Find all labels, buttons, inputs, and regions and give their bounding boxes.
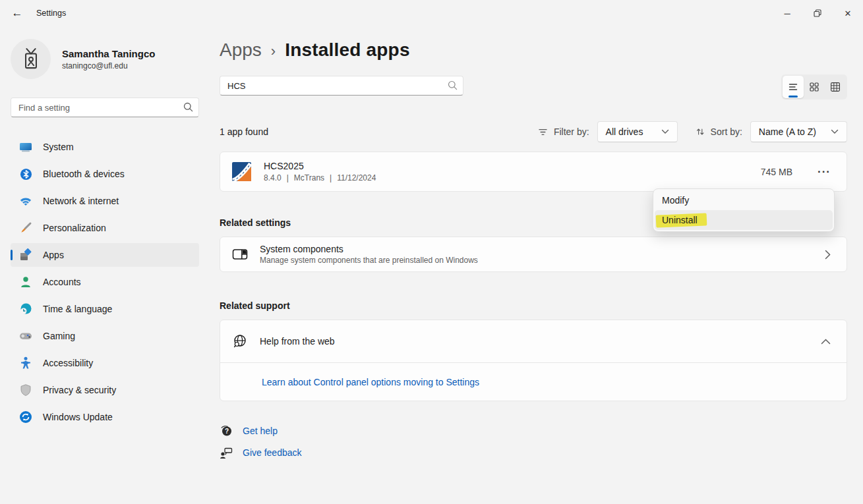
sort-dropdown[interactable]: Name (A to Z) [750, 121, 847, 142]
give-feedback-link[interactable]: Give feedback [243, 447, 302, 458]
uninstall-label: Uninstall [662, 215, 698, 225]
search-icon [448, 80, 458, 90]
sidebar-nav: System Bluetooth & devices Network & int… [11, 135, 199, 429]
view-list-button[interactable] [783, 76, 804, 98]
chevron-up-icon[interactable] [821, 339, 831, 345]
sidebar-item-network-internet[interactable]: Network & internet [11, 189, 199, 213]
filter-group: Filter by: All drives [537, 121, 678, 142]
help-links: Learn about Control panel options moving… [220, 362, 847, 401]
avatar [11, 39, 51, 79]
minimize-icon[interactable]: ─ [772, 0, 802, 26]
system-components-title: System components [260, 244, 825, 254]
get-help-row[interactable]: ? Get help [220, 424, 847, 437]
find-setting-input[interactable] [11, 98, 199, 117]
close-icon[interactable]: ✕ [833, 0, 863, 26]
system-icon [19, 140, 32, 154]
gamepad-icon [19, 329, 32, 343]
filter-value: All drives [606, 126, 643, 137]
results-toolbar: 1 app found Filter by: All drives S [220, 121, 847, 142]
find-a-setting [11, 98, 199, 117]
help-from-web-row[interactable]: Help from the web [220, 320, 847, 362]
sort-group: Sort by: Name (A to Z) [695, 121, 847, 142]
sidebar-item-windows-update[interactable]: Windows Update [11, 405, 199, 429]
system-components-description: Manage system components that are preins… [260, 256, 825, 265]
app-context-menu: Modify Uninstall [653, 188, 835, 232]
sidebar-item-personalization[interactable]: Personalization [11, 216, 199, 240]
sidebar-item-gaming[interactable]: Gaming [11, 324, 199, 348]
view-toggle [781, 74, 847, 99]
badge-icon [21, 47, 41, 71]
sidebar-item-label: Bluetooth & devices [43, 169, 125, 179]
sidebar-item-bluetooth-devices[interactable]: Bluetooth & devices [11, 162, 199, 186]
help-from-web-card: Help from the web Learn about Control pa… [220, 320, 847, 401]
view-grid-button[interactable] [804, 76, 825, 98]
app-name: HCS2025 [264, 161, 761, 171]
main-content: Apps › Installed apps [210, 26, 863, 504]
sort-icon [695, 126, 705, 137]
shield-icon [19, 383, 32, 397]
chevron-right-icon [825, 250, 831, 260]
give-feedback-icon [220, 446, 233, 459]
filter-dropdown[interactable]: All drives [597, 121, 678, 142]
titlebar: ← Settings ─ ✕ [0, 0, 863, 26]
app-row-hcs2025[interactable]: HCS2025 8.4.0|McTrans|11/12/2024 745 MB … [220, 152, 847, 192]
app-publisher: McTrans [294, 173, 324, 182]
sidebar-item-privacy-security[interactable]: Privacy & security [11, 378, 199, 402]
brush-icon [19, 221, 32, 235]
user-name: Samantha Taningco [62, 48, 155, 59]
sidebar-item-system[interactable]: System [11, 135, 199, 159]
app-size: 745 MB [761, 167, 792, 177]
user-profile[interactable]: Samantha Taningco staningco@ufl.edu [11, 39, 199, 79]
help-from-web-title: Help from the web [260, 336, 821, 347]
chevron-down-icon [661, 129, 669, 134]
settings-window: ← Settings ─ ✕ [0, 0, 863, 504]
menu-item-modify[interactable]: Modify [655, 190, 833, 210]
window-title: Settings [36, 9, 66, 18]
sidebar-item-accessibility[interactable]: Accessibility [11, 351, 199, 375]
apps-icon [19, 248, 32, 262]
wifi-icon [19, 194, 32, 208]
sidebar-item-label: Accounts [43, 277, 81, 287]
globe-search-icon [232, 334, 248, 349]
hcs2025-logo [232, 162, 251, 181]
grid-view-icon [809, 82, 819, 92]
user-email: staningco@ufl.edu [62, 61, 155, 70]
sidebar-item-label: Windows Update [43, 412, 113, 422]
filter-label: Filter by: [554, 126, 589, 137]
sidebar-item-label: Privacy & security [43, 385, 116, 395]
sidebar-item-label: Network & internet [43, 196, 119, 206]
back-icon[interactable]: ← [4, 1, 30, 25]
page-title: Installed apps [285, 40, 410, 61]
chevron-down-icon [831, 129, 839, 134]
sort-label: Sort by: [711, 126, 742, 137]
app-version: 8.4.0 [264, 173, 282, 182]
more-options-icon[interactable]: ··· [814, 166, 835, 178]
sidebar-item-apps[interactable]: Apps [11, 243, 199, 267]
chevron-right-icon: › [271, 43, 276, 60]
bluetooth-icon [19, 167, 32, 181]
view-tiles-button[interactable] [825, 76, 846, 98]
window-controls: ─ ✕ [772, 0, 863, 26]
sidebar-item-label: Personalization [43, 223, 106, 233]
results-count: 1 app found [220, 126, 268, 137]
update-icon [19, 410, 32, 424]
give-feedback-row[interactable]: Give feedback [220, 446, 847, 459]
table-view-icon [830, 82, 841, 92]
breadcrumb-apps[interactable]: Apps [220, 40, 262, 61]
footer-links: ? Get help Give feedback [220, 424, 847, 459]
system-components-icon [232, 248, 248, 261]
sidebar-item-accounts[interactable]: Accounts [11, 270, 199, 294]
control-panel-link[interactable]: Learn about Control panel options moving… [262, 377, 479, 387]
modify-label: Modify [662, 195, 689, 206]
system-components-row[interactable]: System components Manage system componen… [220, 237, 847, 272]
related-support-heading: Related support [220, 300, 847, 311]
sidebar-item-label: Gaming [43, 331, 75, 341]
sidebar-item-label: Accessibility [43, 358, 93, 368]
sidebar-item-time-language[interactable]: Time & language [11, 297, 199, 321]
search-icon [183, 102, 193, 112]
restore-icon[interactable] [802, 0, 833, 26]
app-search-input[interactable] [220, 76, 463, 96]
get-help-link[interactable]: Get help [243, 426, 278, 436]
sidebar: Samantha Taningco staningco@ufl.edu Syst… [0, 26, 210, 504]
menu-item-uninstall[interactable]: Uninstall [655, 210, 833, 230]
